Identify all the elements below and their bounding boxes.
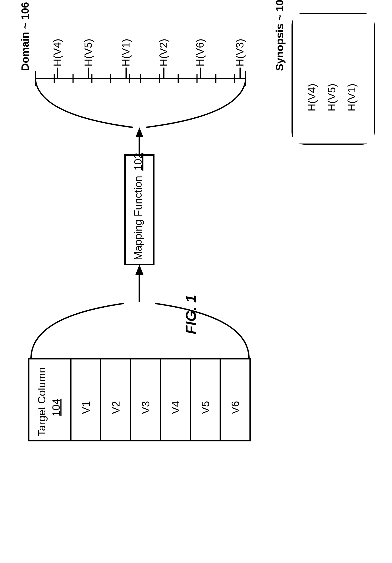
mapping-function-ref: 102	[132, 153, 144, 170]
domain-tick-label: H(V5)	[82, 39, 94, 66]
target-column-value: V4	[170, 401, 182, 414]
domain-tick-label: H(V2)	[158, 39, 169, 66]
domain-tick-label: H(V3)	[234, 39, 246, 66]
synopsis-values: H(V4) H(V5) H(V1)	[306, 84, 357, 111]
domain-tick-label: H(V1)	[120, 39, 132, 66]
svg-rect-58	[293, 14, 374, 143]
synopsis-label: Synopsis ~ 108	[274, 0, 285, 71]
mapping-function-label: Mapping Function	[132, 176, 144, 260]
synopsis-value: H(V1)	[346, 84, 357, 111]
figure-caption: FIG. 1	[183, 295, 199, 334]
target-column-header: Target Column	[36, 367, 48, 436]
target-column-ref: 104	[50, 399, 62, 416]
synopsis-value: H(V5)	[326, 84, 338, 111]
target-column-value: V5	[200, 401, 211, 414]
domain-tick-label: H(V4)	[51, 39, 63, 66]
target-column-value: V1	[80, 401, 92, 414]
svg-text:Mapping Function
        102: Mapping Function 102	[132, 153, 144, 260]
target-column-value: V2	[110, 401, 122, 414]
synopsis-value: H(V4)	[306, 84, 318, 111]
target-column-value: V6	[230, 401, 241, 414]
domain-tick-label: H(V6)	[194, 39, 206, 66]
domain-label: Domain ~ 106	[19, 2, 31, 71]
target-column-value: V3	[140, 401, 152, 414]
